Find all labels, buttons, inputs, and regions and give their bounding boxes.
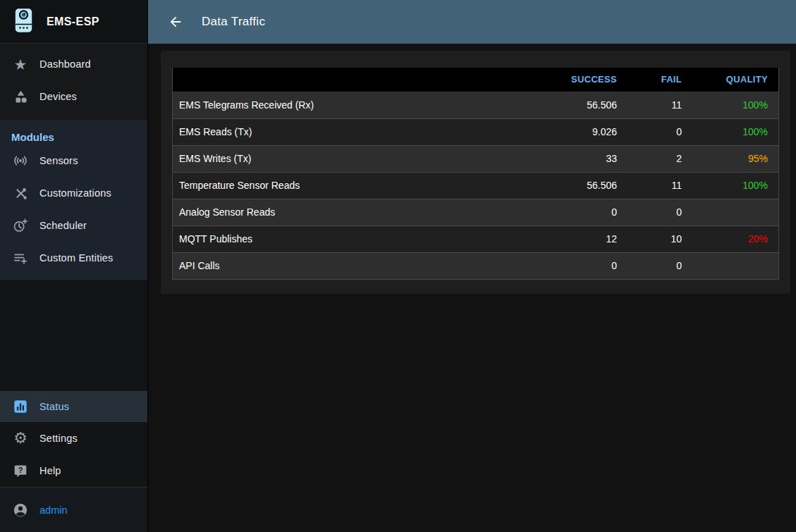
data-traffic-card: SUCCESS FAIL QUALITY EMS Telegrams Recei… [161,51,790,294]
row-fail-cell: 0 [627,252,692,279]
sidebar-item-dashboard[interactable]: ★ Dashboard [0,48,147,80]
sidebar: EMS-ESP ★ Dashboard Devices Modules [0,0,148,532]
row-quality-cell: 100% [692,92,778,118]
sidebar-item-label: Help [39,465,61,476]
table-row: Analog Sensor Reads 0 0 [173,199,778,225]
row-success-cell: 9.026 [537,118,627,145]
row-success-cell: 33 [537,145,627,172]
row-name-cell: Temperature Sensor Reads [173,172,537,199]
sensors-icon [0,153,39,168]
row-fail-cell: 10 [627,225,692,252]
sidebar-item-devices[interactable]: Devices [0,80,147,113]
sidebar-item-label: Settings [39,433,78,444]
user-name-label: admin [39,505,68,516]
sidebar-user-admin[interactable]: admin [0,487,147,532]
app-title: EMS-ESP [47,16,99,28]
row-name-cell: MQTT Publishes [173,225,537,252]
column-header-success: SUCCESS [537,68,627,92]
row-success-cell: 0 [537,252,627,279]
sidebar-nav-top: ★ Dashboard Devices [0,44,147,120]
analytics-icon [0,399,39,414]
row-success-cell: 56.506 [537,92,627,118]
construction-icon [0,186,39,201]
sidebar-item-label: Customizations [39,187,111,199]
table-row: EMS Reads (Tx) 9.026 0 100% [173,118,778,145]
account-circle-icon [0,502,39,518]
table-row: MQTT Publishes 12 10 20% [173,225,778,252]
row-name-cell: EMS Reads (Tx) [173,118,537,145]
sidebar-item-custom-entities[interactable]: Custom Entities [0,242,147,274]
table-row: EMS Writes (Tx) 33 2 95% [173,145,778,172]
row-quality-cell: 20% [692,225,778,252]
sidebar-item-status[interactable]: Status [0,391,147,422]
arrow-back-icon [168,14,183,30]
row-name-cell: Analog Sensor Reads [173,199,537,225]
sidebar-item-label: Devices [39,91,77,102]
sidebar-item-help[interactable]: ? Help [0,454,147,487]
sidebar-item-customizations[interactable]: Customizations [0,177,147,209]
sidebar-item-sensors[interactable]: Sensors [0,144,147,177]
row-fail-cell: 0 [627,118,692,145]
svg-text:?: ? [18,466,23,474]
table-row: EMS Telegrams Received (Rx) 56.506 11 10… [173,92,778,118]
sidebar-item-label: Status [39,401,69,412]
sidebar-item-scheduler[interactable]: Scheduler [0,209,147,242]
table-header-row: SUCCESS FAIL QUALITY [173,68,778,92]
sidebar-spacer [0,280,147,391]
sidebar-nav-bottom: Status ⚙ Settings ? Help [0,391,147,487]
content-area: SUCCESS FAIL QUALITY EMS Telegrams Recei… [148,44,796,532]
sidebar-item-label: Custom Entities [39,252,114,264]
table-row: API Calls 0 0 [173,252,778,279]
sidebar-item-settings[interactable]: ⚙ Settings [0,422,147,454]
row-quality-cell [692,199,778,225]
sidebar-item-label: Sensors [39,155,78,166]
row-quality-cell: 95% [692,145,778,172]
row-fail-cell: 11 [627,92,692,118]
column-header-fail: FAIL [627,68,692,92]
gear-icon: ⚙ [0,431,39,446]
table-row: Temperature Sensor Reads 56.506 11 100% [173,172,778,199]
more-time-icon [0,218,39,233]
help-icon: ? [0,464,39,478]
app-logo-header: EMS-ESP [0,0,147,44]
row-fail-cell: 0 [627,199,692,225]
star-icon: ★ [0,57,39,72]
sidebar-item-label: Dashboard [39,58,91,70]
row-fail-cell: 11 [627,172,692,199]
sidebar-item-label: Scheduler [39,220,87,231]
data-traffic-table: SUCCESS FAIL QUALITY EMS Telegrams Recei… [172,68,779,280]
row-name-cell: EMS Writes (Tx) [173,145,537,172]
row-fail-cell: 2 [627,145,692,172]
column-header-quality: QUALITY [692,68,778,92]
row-quality-cell: 100% [692,172,778,199]
row-quality-cell: 100% [692,118,778,145]
category-icon [0,89,39,104]
column-header-name [173,68,537,92]
modules-section-label: Modules [0,120,147,144]
main-area: Data Traffic SUCCESS FAIL QUALITY [148,0,796,532]
sidebar-modules-section: Modules Sensors [0,120,147,280]
row-success-cell: 0 [537,199,627,225]
row-success-cell: 12 [537,225,627,252]
row-name-cell: EMS Telegrams Received (Rx) [173,92,537,118]
back-button[interactable] [165,11,186,32]
row-quality-cell [692,252,778,279]
row-success-cell: 56.506 [537,172,627,199]
row-name-cell: API Calls [173,252,537,279]
playlist-add-icon [0,250,39,266]
page-title: Data Traffic [202,15,265,29]
appbar: Data Traffic [148,0,796,44]
boiler-logo-icon [11,6,35,37]
